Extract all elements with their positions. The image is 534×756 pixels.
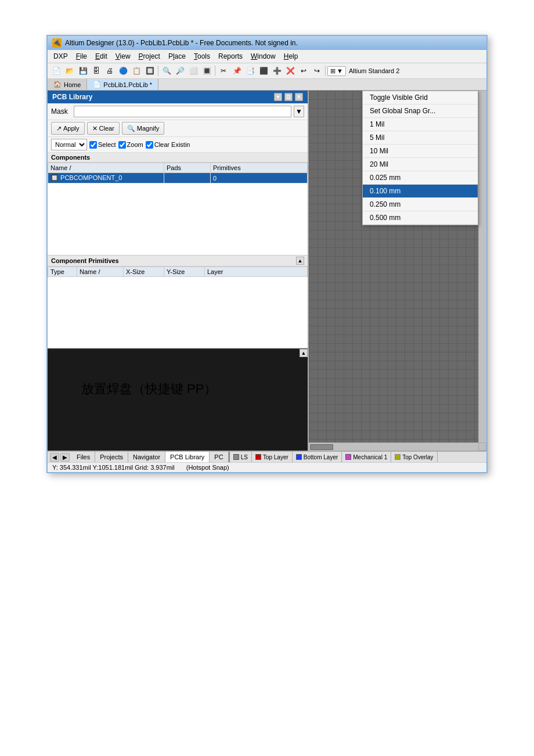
layer-bottom[interactable]: Bottom Layer bbox=[293, 452, 342, 462]
col-primitives-header[interactable]: Primitives bbox=[211, 163, 308, 173]
toolbar-redo[interactable]: ↪ bbox=[311, 64, 323, 77]
dropdown-250mm[interactable]: 0.250 mm bbox=[363, 198, 478, 211]
table-row[interactable]: 🔲 PCBCOMPONENT_0 0 bbox=[48, 173, 308, 183]
menu-project[interactable]: Project bbox=[135, 51, 164, 62]
nav-arrow-left[interactable]: ◀ bbox=[50, 453, 59, 462]
toolbar-copy[interactable]: 📋 bbox=[130, 64, 143, 77]
components-table: Name / Pads Primitives bbox=[48, 163, 308, 183]
panel-close-btn[interactable]: ✕ bbox=[295, 93, 303, 101]
toolbar-save-all[interactable]: 🗄 bbox=[90, 64, 103, 77]
component-pads-cell bbox=[164, 173, 211, 183]
tab-navigator[interactable]: Navigator bbox=[128, 452, 165, 462]
canvas-area[interactable]: Toggle Visible Grid Set Global Snap Gr..… bbox=[309, 91, 486, 451]
col-ysize-header[interactable]: Y-Size bbox=[164, 267, 205, 277]
layer-ls[interactable]: LS bbox=[230, 452, 252, 462]
menu-file[interactable]: File bbox=[73, 51, 91, 62]
primitives-scroll-up[interactable]: ▲ bbox=[296, 257, 304, 265]
dropdown-500mm[interactable]: 0.500 mm bbox=[363, 211, 478, 225]
mask-dropdown[interactable]: ▼ bbox=[294, 106, 304, 117]
scrollbar-corner bbox=[478, 442, 486, 451]
col-prim-name-header[interactable]: Name / bbox=[77, 267, 124, 277]
toolbar-zoom-area[interactable]: 🔳 bbox=[200, 64, 213, 77]
layer-mechanical[interactable]: Mechanical 1 bbox=[342, 452, 391, 462]
dropdown-toggle-visible-grid[interactable]: Toggle Visible Grid bbox=[363, 91, 478, 105]
toolbar-circle[interactable]: 🔵 bbox=[117, 64, 129, 77]
tab-pcblib[interactable]: 📄 PcbLib1.PcbLib * bbox=[87, 79, 158, 90]
dropdown-025mm[interactable]: 0.025 mm bbox=[363, 171, 478, 185]
clear-existing-checkbox[interactable] bbox=[146, 141, 153, 149]
toolbar-paste2[interactable]: 📑 bbox=[244, 64, 257, 77]
window-title: Altium Designer (13.0) - PcbLib1.PcbLib … bbox=[65, 39, 298, 47]
tab-projects[interactable]: Projects bbox=[95, 452, 128, 462]
toolbar-zoom-fit[interactable]: ⬜ bbox=[187, 64, 200, 77]
layer-mechanical-label: Mechanical 1 bbox=[353, 454, 387, 460]
menu-place[interactable]: Place bbox=[165, 51, 189, 62]
menu-view[interactable]: View bbox=[112, 51, 134, 62]
select-checkbox-label: Select bbox=[89, 141, 116, 149]
col-type-header[interactable]: Type bbox=[48, 267, 77, 277]
clear-existing-label: Clear Existin bbox=[154, 141, 190, 148]
canvas-scrollbar-vertical[interactable] bbox=[478, 91, 486, 442]
layer-mechanical-color bbox=[345, 454, 351, 460]
menu-window[interactable]: Window bbox=[247, 51, 279, 62]
toolbar-save[interactable]: 💾 bbox=[77, 64, 89, 77]
toolbar-grid-btn[interactable]: ⊞ ▼ bbox=[327, 66, 346, 76]
dropdown-20mil[interactable]: 20 Mil bbox=[363, 158, 478, 171]
panel-pin-btn[interactable]: ▼ bbox=[274, 93, 282, 101]
dropdown-10mil[interactable]: 10 Mil bbox=[363, 145, 478, 158]
select-checkbox[interactable] bbox=[89, 141, 97, 149]
col-name-header[interactable]: Name / bbox=[48, 163, 164, 173]
mode-select[interactable]: Normal bbox=[51, 139, 87, 150]
toolbar-open[interactable]: 📂 bbox=[63, 64, 76, 77]
layer-ls-label: LS bbox=[241, 454, 248, 460]
menu-bar: DXP File Edit View Project Place Tools R… bbox=[48, 50, 486, 63]
dropdown-100mm[interactable]: 0.100 mm bbox=[363, 185, 478, 198]
toolbar-undo[interactable]: ↩ bbox=[297, 64, 310, 77]
clear-button[interactable]: ✕ Clear bbox=[87, 122, 120, 135]
toolbar-plus[interactable]: ➕ bbox=[270, 64, 283, 77]
canvas-scrollbar-horizontal[interactable] bbox=[309, 442, 478, 451]
pcblib-tab-label: PcbLib1.PcbLib * bbox=[103, 81, 152, 88]
component-icon: 🔲 bbox=[50, 174, 59, 181]
scrollbar-thumb-h[interactable] bbox=[310, 444, 333, 450]
toolbar-new[interactable]: 📄 bbox=[50, 64, 63, 77]
toolbar-print[interactable]: 🖨 bbox=[103, 64, 116, 77]
mask-input[interactable] bbox=[74, 106, 291, 117]
menu-dxp[interactable]: DXP bbox=[50, 51, 71, 62]
toolbar-paste[interactable]: 📌 bbox=[230, 64, 243, 77]
tab-files[interactable]: Files bbox=[72, 452, 95, 462]
dropdown-1mil[interactable]: 1 Mil bbox=[363, 118, 478, 131]
dropdown-5mil[interactable]: 5 Mil bbox=[363, 131, 478, 145]
tab-pcb-library[interactable]: PCB Library bbox=[165, 452, 210, 462]
grid-label: Altium Standard 2 bbox=[349, 67, 399, 74]
apply-button[interactable]: ↗ Apply bbox=[51, 122, 85, 135]
toolbar-zoom-out[interactable]: 🔎 bbox=[174, 64, 186, 77]
col-xsize-header[interactable]: X-Size bbox=[124, 267, 164, 277]
panel-title: PCB Library bbox=[52, 93, 92, 101]
tab-home[interactable]: 🏠 Home bbox=[48, 79, 87, 90]
toolbar-cut[interactable]: ✂ bbox=[217, 64, 230, 77]
primitives-area[interactable]: Type Name / X-Size Y-Size Layer bbox=[48, 267, 308, 348]
toolbar-cross[interactable]: ❌ bbox=[284, 64, 297, 77]
components-area[interactable]: Name / Pads Primitives bbox=[48, 163, 308, 255]
tab-pc[interactable]: PC bbox=[210, 452, 228, 462]
zoom-checkbox[interactable] bbox=[118, 141, 126, 149]
layer-top[interactable]: Top Layer bbox=[252, 452, 293, 462]
menu-help[interactable]: Help bbox=[280, 51, 302, 62]
toolbar-box2[interactable]: ⬛ bbox=[257, 64, 270, 77]
toolbar-box[interactable]: 🔲 bbox=[143, 64, 156, 77]
magnify-button[interactable]: 🔍 Magnify bbox=[122, 122, 165, 135]
col-layer-header[interactable]: Layer bbox=[205, 267, 308, 277]
menu-reports[interactable]: Reports bbox=[215, 51, 246, 62]
nav-arrow-right[interactable]: ▶ bbox=[60, 453, 70, 462]
toolbar-zoom-in[interactable]: 🔍 bbox=[160, 64, 173, 77]
pcblib-tab-icon: 📄 bbox=[93, 81, 101, 88]
preview-scroll-up[interactable]: ▲ bbox=[300, 349, 308, 357]
main-toolbar: 📄 📂 💾 🗄 🖨 🔵 📋 🔲 🔍 🔎 ⬜ 🔳 ✂ 📌 📑 ⬛ ➕ ❌ ↩ ↪ bbox=[48, 63, 486, 79]
layer-top-overlay[interactable]: Top Overlay bbox=[391, 452, 437, 462]
menu-edit[interactable]: Edit bbox=[92, 51, 111, 62]
panel-float-btn[interactable]: ⊡ bbox=[284, 93, 293, 101]
dropdown-set-global-snap[interactable]: Set Global Snap Gr... bbox=[363, 105, 478, 118]
col-pads-header[interactable]: Pads bbox=[164, 163, 211, 173]
menu-tools[interactable]: Tools bbox=[190, 51, 214, 62]
